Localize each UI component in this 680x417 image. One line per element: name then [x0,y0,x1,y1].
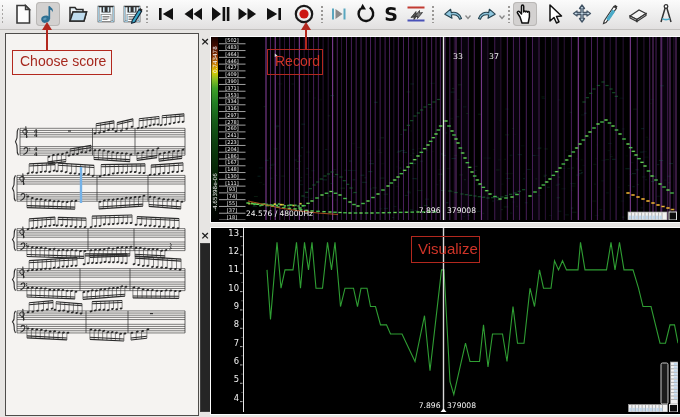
loop-playback-button[interactable] [353,2,377,26]
choose-score-callout: Choose score [12,50,112,75]
freq-bin-label: [18] [227,214,237,220]
vertical-scroll-slider[interactable] [661,363,668,404]
undo-icon [441,2,465,26]
fast-forward-to-end-button[interactable] [262,2,286,26]
fast-forward-button[interactable] [235,2,259,26]
freq-bin-label: [446] [225,58,238,64]
play-pause-icon [208,2,232,26]
zoom-thumbwheel-vertical[interactable] [671,362,679,404]
toolbar: S [0,0,680,30]
freq-bin-label: [353] [225,92,238,98]
choose-score-arrowhead [42,22,52,30]
freq-bin-label: [167] [225,159,238,165]
rewind-button[interactable] [181,2,205,26]
sheet-music: 4444 [6,34,196,413]
close-chart-pane-button[interactable]: × [200,231,210,241]
cursor-frame-label: 379008 [447,206,476,215]
save-button[interactable] [94,2,118,26]
record-callout: Record [267,49,323,75]
spectrogram-noise [248,83,673,218]
toolbar-handle[interactable] [1,4,6,25]
play-pause-button[interactable] [208,2,232,26]
pitch-line [267,242,678,394]
save-as-button[interactable] [120,2,144,26]
freq-bin-label: [111] [225,180,238,186]
freq-bin-label: [186] [225,153,238,159]
bar-number-label: 33 [453,52,463,61]
choose-score-callout-label: Choose score [20,53,106,69]
erase-tool-button[interactable] [626,2,650,26]
pencil-icon [598,2,622,26]
cursor-time-label: 7.896 [419,206,441,215]
skip-end-icon [262,2,286,26]
redo-button[interactable] [475,2,499,26]
freq-bin-label: [148] [225,166,238,172]
toolbar-separator [321,5,323,23]
freq-bin-label: [427] [225,64,238,70]
freq-bin-label: [74] [227,193,237,199]
save-icon [94,2,118,26]
zoom-reset-button[interactable] [669,212,677,220]
rewind-to-start-button[interactable] [154,2,178,26]
redo-icon [475,2,499,26]
toolbar-separator [146,5,148,23]
zoom-thumbwheel-horizontal[interactable] [629,405,668,413]
y-axis-label: 6 [234,356,239,366]
record-callout-label: Record [275,53,320,69]
freq-bin-label: [390] [225,78,238,84]
select-tool-button[interactable] [542,2,566,26]
solo-button[interactable]: S [379,2,403,26]
align-button[interactable] [404,2,428,26]
freq-bin-label: [37] [227,207,237,213]
navigate-tool-button[interactable] [513,2,537,26]
compass-icon [654,2,678,26]
y-axis-label: 5 [234,374,239,384]
loop-icon [353,2,377,26]
freq-bin-label: [464] [225,51,238,57]
draw-tool-button[interactable] [598,2,622,26]
record-arrowhead [301,22,311,30]
chevron-down-icon[interactable] [464,13,472,21]
bar-number-label: 37 [489,52,499,61]
color-scale-min-label: -4.65398e-06 [212,173,218,211]
y-axis-label: 10 [228,283,239,293]
undo-button[interactable] [441,2,465,26]
freq-bin-label: [371] [225,85,238,91]
fast-forward-icon [235,2,259,26]
chevron-down-icon[interactable] [498,13,506,21]
freq-bin-label: [260] [225,125,238,131]
score-panel[interactable]: 4444 [5,33,199,416]
freq-bin-label: [204] [225,146,238,152]
zoom-reset-button[interactable] [670,405,678,413]
svg-text:4: 4 [34,151,38,157]
freq-bin-label: [316] [225,105,238,111]
choose-score-arrow [46,30,48,50]
svg-text:4: 4 [34,132,38,138]
align-icon [404,2,428,26]
y-axis-label: 13 [228,228,239,238]
measure-tool-button[interactable] [654,2,678,26]
freq-bin-label: [130] [225,173,238,179]
freq-bin-label: [409] [225,71,238,77]
open-button[interactable] [66,2,90,26]
open-folder-icon [66,2,90,26]
zoom-thumbwheel-horizontal[interactable] [628,212,667,220]
eraser-icon [626,2,650,26]
solo-icon: S [379,2,403,26]
new-session-button[interactable] [12,2,36,26]
hand-icon [513,2,537,26]
freq-bin-label: [93] [227,186,237,192]
cursor-time-label: 7.896 [419,401,441,410]
toolbar-separator [432,5,434,23]
y-axis-label: 4 [234,393,239,403]
play-selection-button[interactable] [327,2,351,26]
close-spectrogram-pane-button[interactable]: × [200,37,210,47]
y-axis-label: 12 [228,246,239,256]
svg-text:S: S [384,3,398,25]
visualize-callout-label: Visualize [418,240,478,257]
freq-bin-label: [483] [225,44,238,50]
rewind-icon [181,2,205,26]
new-document-icon [12,2,36,26]
move-tool-button[interactable] [570,2,594,26]
save-as-icon [120,2,144,26]
